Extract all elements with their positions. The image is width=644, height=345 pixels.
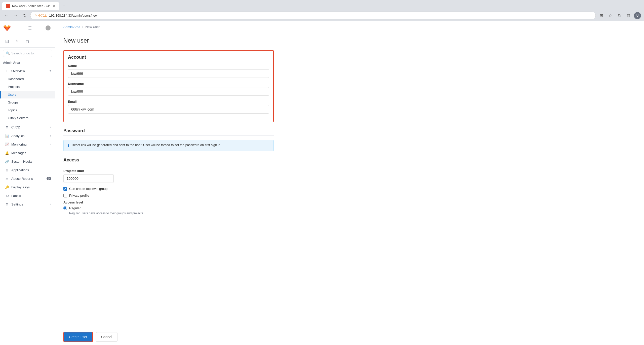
settings-chevron: ›	[50, 202, 51, 206]
sidebar-toggle-btn[interactable]: ☰	[26, 24, 34, 32]
sidebar-toggle-icons: ☰ +	[26, 24, 52, 32]
security-warning: ⚠ 不安全	[34, 13, 47, 18]
sidebar-item-cicd[interactable]: ⚙ CI/CD ›	[0, 123, 55, 131]
translate-icon[interactable]: ⊞	[598, 12, 605, 19]
private-profile-group: Private profile	[63, 194, 274, 197]
access-section: Access Projects limit Can create top lev…	[63, 157, 274, 215]
split-view-icon[interactable]: ▥	[625, 12, 632, 19]
can-create-top-level-checkbox[interactable]	[63, 187, 67, 191]
settings-icon: ⚙	[5, 202, 9, 206]
monitoring-chevron: ›	[50, 143, 51, 146]
password-section-title: Password	[63, 128, 274, 136]
access-level-label: Access level	[63, 200, 274, 204]
sidebar-item-projects[interactable]: Projects	[0, 83, 55, 91]
bookmark-icon[interactable]: ☆	[607, 12, 614, 19]
tab-title: New User · Admin Area · Giti	[12, 4, 50, 8]
sidebar-item-monitoring[interactable]: 📈 Monitoring ›	[0, 140, 55, 149]
sidebar-item-deploy-keys[interactable]: 🔑 Deploy Keys	[0, 183, 55, 191]
profile-mini-btn[interactable]	[44, 24, 52, 32]
username-field-group: Username	[68, 82, 269, 96]
address-bar[interactable]: ⚠ 不安全 192.168.234.33/admin/users/new	[30, 12, 596, 19]
breadcrumb-separator: ›	[82, 25, 83, 29]
sidebar-item-system-hooks[interactable]: 🔗 System Hooks	[0, 157, 55, 166]
sidebar-item-gitaly[interactable]: Gitaly Servers	[0, 114, 55, 122]
sidebar-item-groups[interactable]: Groups	[0, 98, 55, 106]
search-icon: 🔍	[6, 51, 10, 55]
email-field-group: Email	[68, 100, 269, 114]
refresh-btn[interactable]: ↻	[21, 12, 28, 19]
private-profile-label[interactable]: Private profile	[63, 194, 274, 197]
sidebar-item-analytics[interactable]: 📊 Analytics ›	[0, 131, 55, 140]
regular-label-text: Regular	[69, 206, 81, 210]
sidebar-item-settings[interactable]: ⚙ Settings ›	[0, 200, 55, 209]
sidebar-item-abuse-reports[interactable]: ⚠ Abuse Reports 0	[0, 174, 55, 183]
overview-chevron: ▾	[50, 69, 51, 73]
todo-icon[interactable]: ☑	[3, 37, 11, 45]
account-section-title: Account	[68, 55, 269, 60]
email-input[interactable]	[68, 105, 269, 114]
regular-hint: Regular users have access to their group…	[69, 212, 274, 215]
sidebar-header: ☰ +	[0, 21, 55, 35]
overview-icon: ⊞	[5, 68, 9, 73]
active-tab[interactable]: New User · Admin Area · Giti ✕	[2, 2, 59, 10]
projects-limit-group: Projects limit	[63, 169, 274, 183]
applications-icon: ⊞	[5, 168, 9, 172]
profile-avatar[interactable]: U	[634, 12, 641, 19]
gitlab-logo[interactable]	[3, 24, 11, 32]
password-info-box: ℹ Reset link will be generated and sent …	[63, 140, 274, 151]
info-icon: ℹ	[68, 143, 69, 148]
breadcrumb-admin-area[interactable]: Admin Area	[63, 25, 80, 29]
merge-request-icon[interactable]: ⑂	[13, 37, 21, 45]
projects-limit-label: Projects limit	[63, 169, 274, 173]
forward-btn[interactable]: →	[12, 12, 19, 19]
sidebar-item-topics[interactable]: Topics	[0, 106, 55, 114]
sidebar-item-labels[interactable]: 🏷 Labels	[0, 191, 55, 200]
tab-close-btn[interactable]: ✕	[52, 4, 55, 8]
regular-radio[interactable]	[63, 206, 67, 210]
username-label: Username	[68, 82, 269, 86]
new-item-btn[interactable]: +	[35, 24, 43, 32]
abuse-icon: ⚠	[5, 176, 9, 181]
sidebar: ☰ + ☑ ⑂ ◻ 🔍 Search or go to... Admin Are…	[0, 21, 55, 345]
name-label: Name	[68, 64, 269, 68]
breadcrumb: Admin Area › New User	[55, 21, 644, 31]
username-input[interactable]	[68, 87, 269, 96]
tab-favicon	[6, 4, 10, 8]
bottom-action-bar: Create user Cancel	[0, 329, 644, 345]
private-profile-checkbox[interactable]	[63, 194, 67, 197]
cicd-icon: ⚙	[5, 125, 9, 129]
can-create-top-level-label[interactable]: Can create top level group	[63, 187, 274, 191]
analytics-icon: 📊	[5, 133, 9, 138]
tab-bar: New User · Admin Area · Giti ✕ +	[0, 0, 644, 10]
cancel-button[interactable]: Cancel	[96, 332, 117, 342]
deploy-keys-icon: 🔑	[5, 185, 9, 189]
sidebar-item-dashboard[interactable]: Dashboard	[0, 75, 55, 83]
access-level-radio-group: Regular Regular users have access to the…	[63, 206, 274, 215]
sidebar-item-overview[interactable]: ⊞ Overview ▾	[0, 66, 55, 75]
content-area: New user Account Name Username Email	[55, 31, 282, 247]
search-bar[interactable]: 🔍 Search or go to...	[3, 50, 52, 57]
projects-limit-input[interactable]	[63, 174, 114, 183]
toolbar-icons: ⊞ ☆ ⧉ ▥ U	[598, 12, 641, 19]
name-input[interactable]	[68, 69, 269, 78]
main-content: Admin Area › New User New user Account N…	[55, 21, 644, 345]
extensions-icon[interactable]: ⧉	[616, 12, 623, 19]
regular-radio-label[interactable]: Regular	[63, 206, 274, 210]
sidebar-item-users[interactable]: Users	[0, 91, 55, 98]
new-tab-btn[interactable]: +	[60, 3, 67, 10]
can-create-top-level-text: Can create top level group	[69, 187, 107, 191]
access-level-group: Access level Regular Regular users have …	[63, 200, 274, 215]
private-profile-text: Private profile	[69, 194, 89, 197]
address-text: 192.168.234.33/admin/users/new	[49, 14, 591, 17]
app-container: ☰ + ☑ ⑂ ◻ 🔍 Search or go to... Admin Are…	[0, 21, 644, 345]
cicd-chevron: ›	[50, 125, 51, 129]
back-btn[interactable]: ←	[3, 12, 10, 19]
sidebar-item-applications[interactable]: ⊞ Applications	[0, 166, 55, 174]
can-create-group: Can create top level group	[63, 187, 274, 191]
admin-area-label: Admin Area	[0, 59, 55, 65]
issues-icon[interactable]: ◻	[23, 37, 31, 45]
name-field-group: Name	[68, 64, 269, 78]
access-section-title: Access	[63, 157, 274, 165]
sidebar-item-messages[interactable]: 🔔 Messages	[0, 149, 55, 157]
create-user-button[interactable]: Create user	[63, 332, 93, 342]
